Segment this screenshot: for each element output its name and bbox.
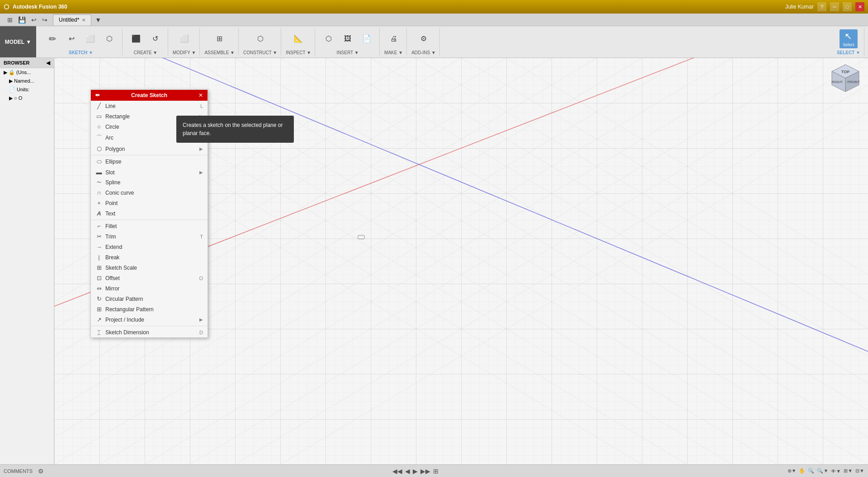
- undo-button[interactable]: ↩: [29, 15, 38, 24]
- menu-project-include[interactable]: ↗ Project / Include ▶: [91, 314, 208, 325]
- menu-sketch-scale[interactable]: ⊞ Sketch Scale: [91, 262, 208, 273]
- toolbar-new-component[interactable]: ⊞: [211, 29, 229, 48]
- toolbar-look-at[interactable]: ⬜: [81, 29, 99, 48]
- menu-rectangular-pattern[interactable]: ⊞ Rectangular Pattern: [91, 304, 208, 314]
- menu-slot[interactable]: ▬ Slot ▶: [91, 167, 208, 178]
- menu-point[interactable]: + Point: [91, 198, 208, 208]
- line-shortcut: L: [200, 103, 203, 109]
- conic-label: Conic curve: [105, 190, 134, 196]
- spline-icon: 〜: [95, 179, 103, 186]
- menu-offset[interactable]: ⊡ Offset O: [91, 273, 208, 283]
- assemble-group-label: ASSEMBLE ▼: [204, 49, 235, 56]
- apps-button[interactable]: ⊞: [5, 15, 14, 24]
- save-button[interactable]: 💾: [16, 15, 28, 24]
- toolbar-press-pull[interactable]: ⬜: [175, 29, 193, 48]
- menu-mirror[interactable]: ⇔ Mirror: [91, 283, 208, 294]
- sketch-menu-icon: ✏: [95, 92, 100, 98]
- extend-icon: →: [95, 243, 103, 250]
- toolbar-extrude[interactable]: ⬛: [127, 29, 145, 48]
- view-options[interactable]: 👁▼: [831, 468, 841, 474]
- menu-circular-pattern[interactable]: ↻ Circular Pattern: [91, 294, 208, 304]
- menu-fillet[interactable]: ⌐ Fillet: [91, 221, 208, 231]
- menu-ellipse[interactable]: ⬭ Ellipse: [91, 156, 208, 167]
- toolbar-select[interactable]: ↖ Select: [840, 29, 858, 48]
- select-label: Select: [843, 42, 854, 47]
- menu-spline[interactable]: 〜 Spline: [91, 178, 208, 187]
- line-label: Line: [105, 103, 116, 109]
- create-sketch-icon: ✏: [49, 33, 57, 44]
- canvas-area[interactable]: ✏ Create Sketch ✕ ╱ Line L ▭ Rectangle ▶: [54, 58, 868, 464]
- toolbar-measure[interactable]: 📐: [289, 29, 307, 48]
- zoom-fit-button[interactable]: 🔍▼: [817, 468, 828, 474]
- modify-group-label: MODIFY ▼: [173, 49, 196, 56]
- browser-item-named[interactable]: ▶ Named...: [0, 77, 54, 85]
- insert-buttons: ⬡ 🖼 📄: [320, 28, 376, 49]
- menu-line[interactable]: ╱ Line L: [91, 101, 208, 111]
- polygon-arrow: ▶: [199, 146, 203, 151]
- toolbar-create-sketch[interactable]: ✏: [43, 29, 61, 48]
- display-options[interactable]: ⊟▼: [855, 468, 864, 474]
- timeline-play[interactable]: ▶: [413, 468, 418, 475]
- mode-selector[interactable]: MODEL ▼: [0, 26, 36, 57]
- toolbar-insert-image[interactable]: 🖼: [339, 29, 357, 48]
- toolbar-group-make: 🖨 MAKE ▼: [381, 28, 407, 56]
- svg-text:FRONT: FRONT: [847, 80, 860, 84]
- sketch-scale-icon: ⊞: [95, 264, 103, 271]
- timeline-prev[interactable]: ◀: [405, 468, 410, 475]
- slot-icon: ▬: [95, 169, 103, 176]
- menu-sketch-dimension[interactable]: ⌶ Sketch Dimension D: [91, 327, 208, 337]
- menu-polygon[interactable]: ⬡ Polygon ▶: [91, 144, 208, 154]
- browser-item-units[interactable]: 📄 Units:: [0, 85, 54, 94]
- menu-conic[interactable]: ∩ Conic curve: [91, 187, 208, 198]
- new-tab-button[interactable]: ▼: [93, 15, 103, 24]
- zoom-button[interactable]: 🔍: [808, 468, 814, 474]
- menu-text[interactable]: A Text: [91, 208, 208, 219]
- browser-item-origin[interactable]: ▶ ○ O: [0, 94, 54, 103]
- main-tab[interactable]: Untitled* ✕: [53, 14, 91, 25]
- offset-icon: ⊡: [95, 275, 103, 281]
- toolbar-revolve[interactable]: ↺: [146, 29, 164, 48]
- browser-origin-label: ▶ ○ O: [9, 95, 22, 101]
- help-button[interactable]: ?: [817, 2, 826, 11]
- timeline-filter[interactable]: ⊞: [433, 468, 439, 475]
- trim-icon: ✂: [95, 233, 103, 240]
- browser-collapse[interactable]: ◀: [46, 60, 50, 66]
- menu-break[interactable]: | Break: [91, 252, 208, 262]
- maximize-button[interactable]: □: [843, 2, 852, 11]
- sketch-menu-close[interactable]: ✕: [198, 92, 203, 98]
- browser-units-label: 📄 Units:: [9, 87, 29, 92]
- toolbar-3d-print[interactable]: 🖨: [385, 29, 403, 48]
- sep3: [91, 326, 208, 326]
- redo-button[interactable]: ↪: [40, 15, 49, 24]
- orbit-button[interactable]: ⊕▼: [788, 468, 797, 474]
- break-label: Break: [105, 254, 119, 261]
- menu-trim[interactable]: ✂ Trim T: [91, 231, 208, 242]
- grid-options[interactable]: ⊞▼: [844, 468, 853, 474]
- insert-group-label: INSERT ▼: [320, 49, 376, 56]
- toolbar-area: MODEL ▼ ✏ ↩ ⬜ ⬡ SKETCH ▼: [0, 26, 868, 58]
- sketch-dimension-label: Sketch Dimension: [105, 329, 149, 336]
- toolbar-groups: ✏ ↩ ⬜ ⬡ SKETCH ▼ ⬛ ↺: [36, 26, 868, 57]
- toolbar-sketch-palette[interactable]: ⬡: [100, 29, 118, 48]
- menu-extend[interactable]: → Extend: [91, 242, 208, 252]
- browser-item-root[interactable]: ▶ 🔒 (Uns...: [0, 68, 54, 77]
- rectangle-label: Rectangle: [105, 113, 130, 120]
- ellipse-label: Ellipse: [105, 159, 121, 165]
- minimize-button[interactable]: ─: [830, 2, 839, 11]
- insert-mesh-icon: ⬡: [326, 34, 332, 43]
- toolbar-decal[interactable]: 📄: [358, 29, 376, 48]
- timeline-forward[interactable]: ▶▶: [420, 468, 430, 475]
- browser-title: BROWSER: [4, 60, 29, 65]
- timeline-rewind[interactable]: ◀◀: [392, 468, 402, 475]
- toolbar-insert-mesh[interactable]: ⬡: [320, 29, 338, 48]
- toolbar-offset-plane[interactable]: ⬡: [251, 29, 269, 48]
- toolbar-finish-sketch[interactable]: ↩: [62, 29, 80, 48]
- close-button[interactable]: ✕: [855, 2, 864, 11]
- tab-close-btn[interactable]: ✕: [82, 18, 85, 23]
- toolbar-scripts[interactable]: ⚙: [415, 29, 433, 48]
- polygon-icon: ⬡: [95, 145, 103, 152]
- extrude-icon: ⬛: [132, 34, 141, 43]
- comments-settings[interactable]: ⚙: [38, 468, 44, 475]
- pan-button[interactable]: ✋: [799, 468, 805, 474]
- addins-buttons: ⚙: [415, 28, 433, 49]
